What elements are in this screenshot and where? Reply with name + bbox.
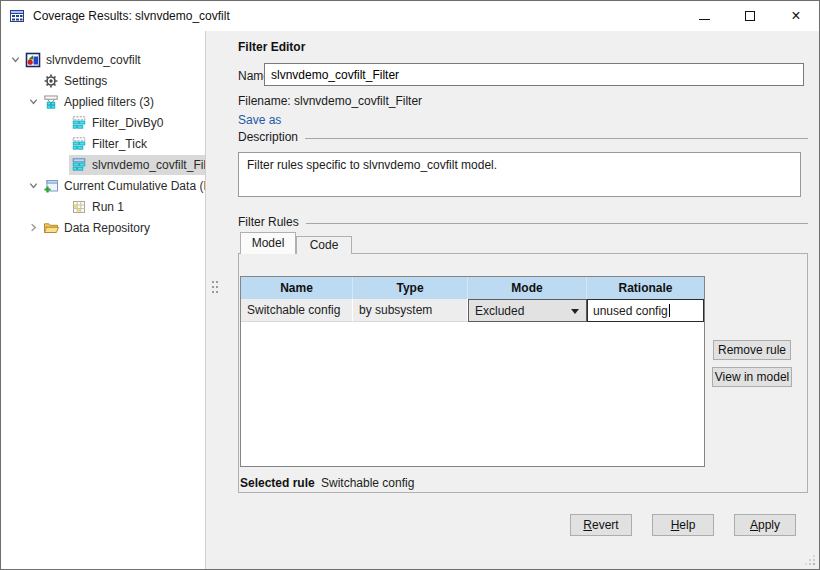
gear-icon bbox=[43, 73, 59, 89]
description-group-header: Description bbox=[238, 130, 808, 144]
tree-item-data-repository[interactable]: Data Repository bbox=[1, 217, 205, 238]
rationale-text: unused config bbox=[593, 304, 668, 318]
tree-item-model[interactable]: slvnvdemo_covfilt bbox=[1, 49, 205, 70]
chevron-down-icon[interactable] bbox=[7, 52, 23, 68]
tree-item-label: Applied filters (3) bbox=[64, 95, 154, 109]
tree-item-run-1[interactable]: Run 1 bbox=[1, 196, 205, 217]
description-textarea[interactable]: Filter rules specific to slvnvdemo_covfi… bbox=[238, 152, 801, 197]
applied-filters-icon bbox=[43, 94, 59, 110]
selected-rule-value: Switchable config bbox=[321, 476, 414, 490]
tree-item-label: Settings bbox=[64, 74, 107, 88]
mode-dropdown[interactable]: Excluded bbox=[468, 299, 587, 322]
tree-item-filter-divby0[interactable]: Filter_DivBy0 bbox=[1, 112, 205, 133]
filter-editor-panel: Filter Editor Name Filename: slvnvdemo_c… bbox=[223, 31, 819, 569]
tree-item-label: Current Cumulative Data (H) bbox=[64, 179, 216, 193]
remove-rule-button[interactable]: Remove rule bbox=[713, 340, 791, 360]
rule-type-cell[interactable]: by subsystem bbox=[353, 299, 468, 322]
page-title: Filter Editor bbox=[238, 40, 305, 54]
view-in-model-button[interactable]: View in model bbox=[712, 367, 792, 387]
group-divider bbox=[306, 223, 808, 224]
text-caret bbox=[669, 304, 670, 317]
filter-rules-table: Name Type Mode Rationale Switchable conf… bbox=[240, 276, 705, 467]
tree-item-applied-filters[interactable]: Applied filters (3) bbox=[1, 91, 205, 112]
chevron-spacer bbox=[53, 136, 69, 152]
table-row[interactable]: Switchable config by subsystem Excluded … bbox=[241, 299, 704, 322]
chevron-down-icon bbox=[571, 309, 579, 314]
folder-icon bbox=[43, 220, 59, 236]
tree-item-filter-tick[interactable]: Filter_Tick bbox=[1, 133, 205, 154]
results-tree: slvnvdemo_covfilt Settings bbox=[1, 31, 205, 569]
name-input[interactable] bbox=[264, 63, 804, 86]
column-header-mode[interactable]: Mode bbox=[468, 277, 587, 299]
filename-text: Filename: slvnvdemo_covfilt_Filter bbox=[238, 94, 422, 108]
close-button[interactable]: × bbox=[773, 1, 819, 31]
panel-splitter[interactable] bbox=[205, 31, 223, 569]
close-icon: × bbox=[791, 8, 800, 24]
chevron-down-icon[interactable] bbox=[25, 178, 41, 194]
tree-item-settings[interactable]: Settings bbox=[1, 70, 205, 91]
revert-button[interactable]: Revert bbox=[570, 514, 632, 536]
save-as-link[interactable]: Save as bbox=[238, 113, 281, 127]
main-area: slvnvdemo_covfilt Settings bbox=[1, 31, 819, 569]
tree-item-label: slvnvdemo_covfilt_Filter bbox=[92, 158, 220, 172]
window-controls: × bbox=[681, 1, 819, 31]
filter-rules-label: Filter Rules bbox=[238, 215, 299, 229]
chevron-down-icon[interactable] bbox=[25, 94, 41, 110]
tab-code[interactable]: Code bbox=[296, 236, 352, 254]
filter-icon bbox=[71, 157, 87, 173]
title-bar: Coverage Results: slvnvdemo_covfilt × bbox=[1, 1, 819, 31]
splitter-grip-icon bbox=[212, 281, 214, 283]
maximize-button[interactable] bbox=[727, 1, 773, 31]
group-divider bbox=[305, 138, 808, 139]
apply-button[interactable]: Apply bbox=[734, 514, 796, 536]
tree-item-label: Data Repository bbox=[64, 221, 150, 235]
column-header-name[interactable]: Name bbox=[241, 277, 353, 299]
minimize-icon bbox=[699, 19, 710, 20]
tree-item-label: Run 1 bbox=[92, 200, 124, 214]
column-header-type[interactable]: Type bbox=[353, 277, 468, 299]
mode-dropdown-value: Excluded bbox=[475, 304, 524, 318]
minimize-button[interactable] bbox=[681, 1, 727, 31]
tree-item-covfilt-filter-selected[interactable]: slvnvdemo_covfilt_Filter bbox=[1, 154, 205, 175]
description-text: Filter rules specific to slvnvdemo_covfi… bbox=[247, 158, 497, 172]
help-button[interactable]: Help bbox=[652, 514, 714, 536]
model-icon bbox=[25, 52, 41, 68]
chevron-spacer bbox=[53, 115, 69, 131]
tree-item-cumulative-data[interactable]: Current Cumulative Data (H) bbox=[1, 175, 205, 196]
rule-name-cell[interactable]: Switchable config bbox=[241, 299, 353, 322]
filter-icon bbox=[71, 115, 87, 131]
filter-icon bbox=[71, 136, 87, 152]
column-header-rationale[interactable]: Rationale bbox=[587, 277, 704, 299]
description-label: Description bbox=[238, 130, 298, 144]
chevron-spacer bbox=[25, 73, 41, 89]
tree-item-label: Filter_DivBy0 bbox=[92, 116, 163, 130]
cumulative-data-icon bbox=[43, 178, 59, 194]
chevron-spacer bbox=[53, 199, 69, 215]
table-header-row: Name Type Mode Rationale bbox=[241, 277, 704, 299]
selected-rule-label: Selected rule bbox=[240, 476, 315, 490]
chevron-spacer bbox=[53, 157, 69, 173]
maximize-icon bbox=[745, 11, 755, 21]
run-icon bbox=[71, 199, 87, 215]
tab-model[interactable]: Model bbox=[240, 232, 296, 254]
tree-item-label: Filter_Tick bbox=[92, 137, 147, 151]
resize-grip-icon[interactable] bbox=[813, 563, 815, 565]
window-title: Coverage Results: slvnvdemo_covfilt bbox=[33, 9, 230, 23]
rationale-input[interactable]: unused config bbox=[587, 299, 704, 322]
tree-item-label: slvnvdemo_covfilt bbox=[46, 53, 141, 67]
coverage-results-window: Coverage Results: slvnvdemo_covfilt × bbox=[0, 0, 820, 570]
chevron-right-icon[interactable] bbox=[25, 220, 41, 236]
filter-rules-group-header: Filter Rules bbox=[238, 215, 808, 229]
coverage-results-icon bbox=[9, 8, 25, 24]
